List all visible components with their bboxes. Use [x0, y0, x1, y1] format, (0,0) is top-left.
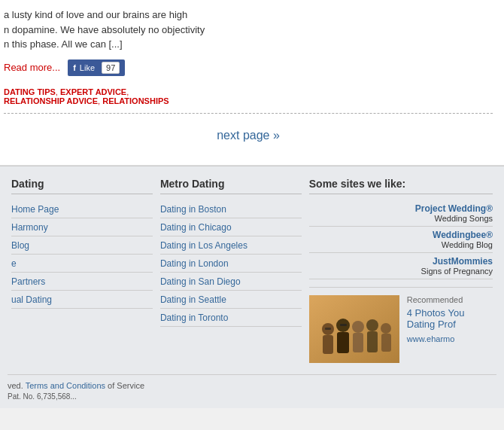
- patent-text: Pat. No. 6,735,568...: [8, 392, 496, 401]
- list-item: Dating in San Diego: [160, 273, 302, 291]
- promo-recommended-label: Recommended: [407, 295, 485, 304]
- list-item: Harmony: [11, 218, 153, 236]
- tags-row: DATING TIPS, EXPERT ADVICE, RELATIONSHIP…: [4, 87, 493, 105]
- read-more-row: Read more... f Like 97: [4, 59, 493, 76]
- footer-rights: ved.: [8, 381, 23, 390]
- list-item: ual Dating: [11, 291, 153, 309]
- svg-rect-11: [381, 334, 391, 352]
- footer-area: Dating Home Page Harmony Blog e Partners…: [0, 166, 504, 408]
- tag-expert-advice[interactable]: EXPERT ADVICE: [60, 87, 126, 96]
- fb-like-button[interactable]: f Like 97: [68, 59, 125, 76]
- read-more-link[interactable]: Read more...: [4, 62, 60, 73]
- site-entry-2: Weddingbee® Wedding Blog: [309, 227, 493, 253]
- metro-boston[interactable]: Dating in Boston: [160, 204, 226, 215]
- sidebar-dating-e[interactable]: e: [11, 258, 17, 269]
- site-justmommies-sub: Signs of Pregnancy: [309, 267, 493, 276]
- promo-url: www.eharmo: [407, 334, 485, 343]
- list-item: Dating in Seattle: [160, 291, 302, 309]
- list-item: Home Page: [11, 200, 153, 218]
- promo-image: [309, 295, 399, 363]
- site-weddingbee-sub: Wedding Blog: [309, 240, 493, 249]
- article-line3: n this phase. All we can [...]: [4, 38, 123, 50]
- sidebar-metro-list: Dating in Boston Dating in Chicago Datin…: [160, 200, 302, 327]
- metro-san-diego[interactable]: Dating in San Diego: [160, 276, 241, 287]
- list-item: Dating in London: [160, 255, 302, 273]
- svg-rect-3: [323, 335, 333, 354]
- list-item: Blog: [11, 236, 153, 255]
- sidebar-dating-home[interactable]: Home Page: [11, 204, 59, 215]
- footer-of-service: of Service: [108, 381, 144, 390]
- fb-icon: f: [73, 63, 76, 72]
- metro-chicago[interactable]: Dating in Chicago: [160, 222, 232, 233]
- list-item: Dating in Toronto: [160, 309, 302, 327]
- terms-link[interactable]: Terms and Conditions: [26, 381, 105, 390]
- sidebar-dating-heading: Dating: [11, 178, 153, 194]
- sidebar-dating-blog[interactable]: Blog: [11, 240, 29, 251]
- site-entry-1: Project Wedding® Wedding Songs: [309, 200, 493, 227]
- list-item: Dating in Chicago: [160, 218, 302, 236]
- fb-like-label: Like: [80, 63, 95, 72]
- site-project-wedding-sub: Wedding Songs: [309, 214, 493, 223]
- svg-rect-12: [325, 328, 331, 330]
- svg-rect-13: [340, 324, 347, 326]
- svg-rect-5: [337, 332, 349, 353]
- tag-dating-tips[interactable]: DATING TIPS: [4, 87, 56, 96]
- list-item: Dating in Los Angeles: [160, 236, 302, 255]
- footer-bottom: ved. Terms and Conditions of Service Pat…: [8, 374, 496, 401]
- svg-rect-7: [353, 333, 363, 352]
- sidebar-dating-list: Home Page Harmony Blog e Partners ual Da…: [11, 200, 153, 309]
- sidebar-dating-partners[interactable]: Partners: [11, 276, 45, 287]
- list-item: Dating in Boston: [160, 200, 302, 218]
- article-line2: n dopamine. We have absolutely no object…: [4, 24, 205, 35]
- metro-los-angeles[interactable]: Dating in Los Angeles: [160, 240, 247, 251]
- tag-relationships[interactable]: RELATIONSHIPS: [102, 96, 169, 105]
- sidebar-dating-col: Dating Home Page Harmony Blog e Partners…: [8, 178, 156, 363]
- article-text: a lusty kind of love and our brains are …: [4, 8, 493, 52]
- promo-text: Recommended 4 Photos You Dating Prof www…: [399, 295, 493, 363]
- list-item: Partners: [11, 273, 153, 291]
- sidebar-dating-harmony[interactable]: Harmony: [11, 222, 48, 233]
- list-item: e: [11, 255, 153, 273]
- metro-london[interactable]: Dating in London: [160, 258, 229, 269]
- sidebar-metro-heading: Metro Dating: [160, 178, 302, 194]
- sites-col: Some sites we like: Project Wedding® Wed…: [305, 178, 496, 363]
- next-page-link[interactable]: next page »: [217, 129, 280, 142]
- article-content: a lusty kind of love and our brains are …: [0, 0, 504, 166]
- svg-point-10: [381, 323, 391, 334]
- promo-title: 4 Photos You Dating Prof: [407, 307, 485, 330]
- tag-relationship-advice[interactable]: RELATIONSHIP ADVICE: [4, 96, 98, 105]
- site-weddingbee[interactable]: Weddingbee®: [309, 230, 493, 240]
- metro-seattle[interactable]: Dating in Seattle: [160, 294, 226, 305]
- article-line1: a lusty kind of love and our brains are …: [4, 9, 187, 20]
- metro-toronto[interactable]: Dating in Toronto: [160, 313, 229, 323]
- next-page-row: next page »: [4, 121, 493, 154]
- svg-point-8: [366, 319, 378, 331]
- promo-image-svg: [309, 295, 399, 363]
- footer-columns: Dating Home Page Harmony Blog e Partners…: [8, 178, 496, 363]
- promo-section: Recommended 4 Photos You Dating Prof www…: [309, 287, 493, 363]
- sites-heading: Some sites we like:: [309, 178, 493, 194]
- sidebar-metro-col: Metro Dating Dating in Boston Dating in …: [156, 178, 305, 363]
- site-entry-3: JustMommies Signs of Pregnancy: [309, 253, 493, 279]
- svg-point-6: [352, 321, 364, 333]
- svg-rect-9: [367, 331, 378, 352]
- site-project-wedding[interactable]: Project Wedding®: [309, 203, 493, 214]
- divider: [4, 113, 493, 114]
- site-justmommies[interactable]: JustMommies: [309, 256, 493, 267]
- sidebar-dating-ual[interactable]: ual Dating: [11, 294, 52, 305]
- fb-count: 97: [102, 62, 120, 74]
